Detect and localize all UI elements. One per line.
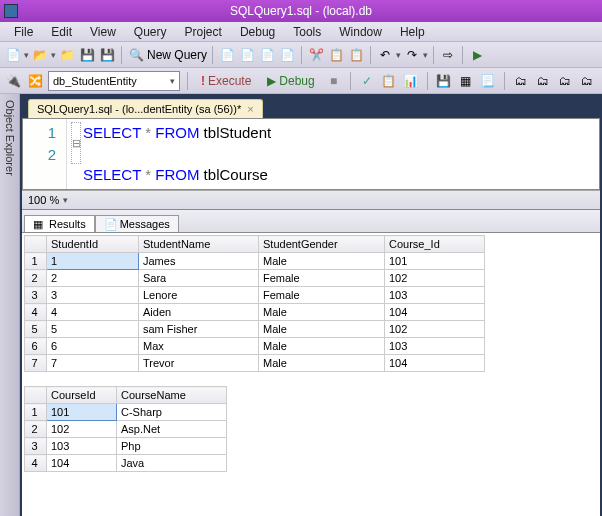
corner-cell[interactable] [25,387,47,404]
col-header[interactable]: CourseId [47,387,117,404]
row-header[interactable]: 1 [25,253,47,270]
row-header[interactable]: 2 [25,270,47,287]
code-area[interactable]: ⊟SELECT * FROM tblStudent SELECT * FROM … [67,119,599,189]
opts-icon[interactable]: 📋 [380,72,398,90]
cell[interactable]: Male [259,253,385,270]
misc2-icon[interactable]: 🗂 [534,72,552,90]
menu-view[interactable]: View [82,23,124,41]
open-icon[interactable]: 📂 [31,46,49,64]
row-header[interactable]: 7 [25,355,47,372]
col-header[interactable]: CourseName [117,387,227,404]
new-query-icon[interactable]: 🔍 [127,46,145,64]
dropdown-icon[interactable]: ▾ [24,50,29,60]
row-header[interactable]: 6 [25,338,47,355]
close-icon[interactable]: × [247,103,253,115]
row-header[interactable]: 1 [25,404,47,421]
table-row[interactable]: 55sam FisherMale102 [25,321,485,338]
connect-icon[interactable]: 🔌 [4,72,22,90]
corner-cell[interactable] [25,236,47,253]
misc3-icon[interactable]: 🗂 [556,72,574,90]
cell[interactable]: 1 [47,253,139,270]
cell[interactable]: 102 [385,270,485,287]
cell[interactable]: 102 [385,321,485,338]
cell[interactable]: James [139,253,259,270]
cell[interactable]: 102 [47,421,117,438]
object-explorer-tab[interactable]: Object Explorer [0,94,20,516]
table-row[interactable]: 77TrevorMale104 [25,355,485,372]
table-row[interactable]: 1101C-Sharp [25,404,227,421]
cell[interactable]: Asp.Net [117,421,227,438]
nav-icon[interactable]: ⇨ [439,46,457,64]
menu-file[interactable]: File [6,23,41,41]
plan-icon[interactable]: 📊 [402,72,420,90]
cell[interactable]: 104 [385,304,485,321]
menu-edit[interactable]: Edit [43,23,80,41]
redo-icon[interactable]: ↷ [403,46,421,64]
doc2-icon[interactable]: 📄 [238,46,256,64]
play-icon[interactable]: ▶ [468,46,486,64]
parse-icon[interactable]: ✓ [358,72,376,90]
results-pane[interactable]: StudentId StudentName StudentGender Cour… [22,232,600,516]
menu-debug[interactable]: Debug [232,23,283,41]
open2-icon[interactable]: 📁 [58,46,76,64]
new-query-button[interactable]: New Query [147,48,207,62]
cell[interactable]: 7 [47,355,139,372]
row-header[interactable]: 3 [25,438,47,455]
cell[interactable]: 3 [47,287,139,304]
cell[interactable]: 101 [385,253,485,270]
collapse-icon[interactable]: ⊟ [71,122,81,164]
col-header[interactable]: StudentName [139,236,259,253]
cell[interactable]: 103 [47,438,117,455]
menu-query[interactable]: Query [126,23,175,41]
table-row[interactable]: 4104Java [25,455,227,472]
file-tab[interactable]: SQLQuery1.sql - (lo...dentEntity (sa (56… [28,99,263,118]
menu-tools[interactable]: Tools [285,23,329,41]
cell[interactable]: C-Sharp [117,404,227,421]
text-icon[interactable]: 📃 [479,72,497,90]
cell[interactable]: 104 [385,355,485,372]
save-icon[interactable]: 💾 [435,72,453,90]
menu-window[interactable]: Window [331,23,390,41]
cell[interactable]: 103 [385,338,485,355]
table-row[interactable]: 3103Php [25,438,227,455]
table-row[interactable]: 33LenoreFemale103 [25,287,485,304]
row-header[interactable]: 4 [25,304,47,321]
cell[interactable]: Male [259,355,385,372]
cell[interactable]: Female [259,287,385,304]
cell[interactable]: Male [259,304,385,321]
paste-icon[interactable]: 📋 [347,46,365,64]
undo-icon[interactable]: ↶ [376,46,394,64]
doc3-icon[interactable]: 📄 [258,46,276,64]
menu-help[interactable]: Help [392,23,433,41]
cell[interactable]: 4 [47,304,139,321]
cell[interactable]: Php [117,438,227,455]
cell[interactable]: 2 [47,270,139,287]
col-header[interactable]: StudentId [47,236,139,253]
cell[interactable]: 103 [385,287,485,304]
cell[interactable]: Female [259,270,385,287]
saveall-icon[interactable]: 💾 [98,46,116,64]
cell[interactable]: Male [259,338,385,355]
execute-button[interactable]: !Execute [195,73,257,89]
chevron-down-icon[interactable]: ▾ [63,195,68,205]
database-select[interactable]: db_StudentEntity ▾ [48,71,180,91]
change-icon[interactable]: 🔀 [26,72,44,90]
table-row[interactable]: 44AidenMale104 [25,304,485,321]
debug-button[interactable]: ▶Debug [261,73,320,89]
copy-icon[interactable]: 📋 [327,46,345,64]
table-row[interactable]: 66MaxMale103 [25,338,485,355]
dropdown-icon[interactable]: ▾ [51,50,56,60]
cell[interactable]: 5 [47,321,139,338]
cell[interactable]: 101 [47,404,117,421]
new-project-icon[interactable]: 📄 [4,46,22,64]
doc1-icon[interactable]: 📄 [218,46,236,64]
misc4-icon[interactable]: 🗂 [578,72,596,90]
dropdown-icon[interactable]: ▾ [423,50,428,60]
col-header[interactable]: StudentGender [259,236,385,253]
sql-editor[interactable]: 1 2 ⊟SELECT * FROM tblStudent SELECT * F… [22,118,600,190]
messages-tab[interactable]: 📄 Messages [95,215,179,232]
stop-icon[interactable]: ■ [325,72,343,90]
cell[interactable]: sam Fisher [139,321,259,338]
table-row[interactable]: 11JamesMale101 [25,253,485,270]
col-header[interactable]: Course_Id [385,236,485,253]
